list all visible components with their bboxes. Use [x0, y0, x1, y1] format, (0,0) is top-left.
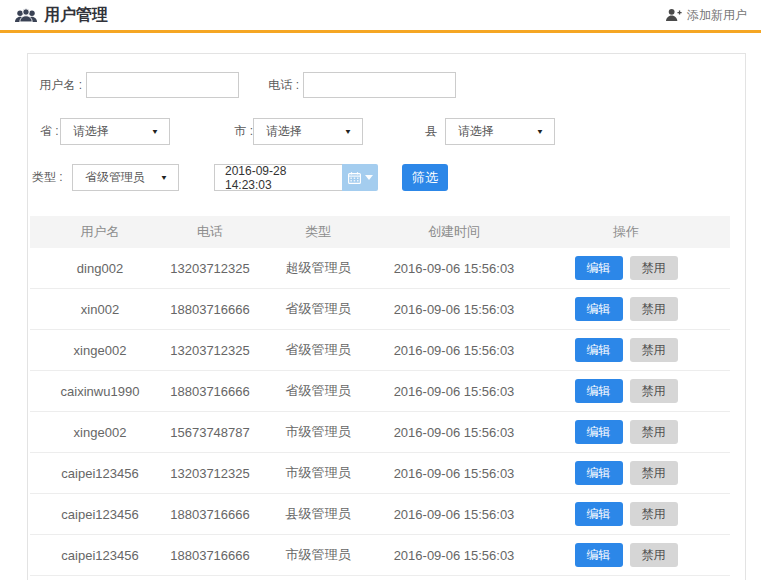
cell-type: 市级管理员	[250, 546, 386, 564]
city-label: 市 :	[227, 123, 253, 140]
type-label: 类型 :	[32, 169, 62, 186]
edit-button[interactable]: 编辑	[575, 256, 623, 280]
cell-actions: 编辑 禁用	[522, 256, 730, 280]
phone-input[interactable]	[303, 72, 456, 98]
username-input[interactable]	[86, 72, 239, 98]
add-user-button[interactable]: 添加新用户	[666, 7, 747, 24]
edit-button[interactable]: 编辑	[575, 502, 623, 526]
table-row: caipei123456 18803716666 市级管理员 2016-09-0…	[30, 535, 730, 576]
type-select[interactable]: 省级管理员 ▼	[72, 164, 179, 191]
cell-actions: 编辑 禁用	[522, 461, 730, 485]
cell-actions: 编辑 禁用	[522, 420, 730, 444]
col-created: 创建时间	[386, 223, 522, 241]
cell-username: caixinwu1990	[30, 384, 170, 399]
disable-button[interactable]: 禁用	[630, 379, 678, 403]
cell-type: 省级管理员	[250, 341, 386, 359]
page-header: 用户管理 添加新用户	[0, 0, 761, 33]
users-icon	[15, 8, 37, 23]
cell-actions: 编辑 禁用	[522, 338, 730, 362]
type-select-value: 省级管理员	[85, 169, 145, 186]
edit-button[interactable]: 编辑	[575, 543, 623, 567]
col-actions: 操作	[522, 223, 730, 241]
cell-phone: 18803716666	[170, 507, 250, 522]
col-type: 类型	[250, 223, 386, 241]
cell-type: 市级管理员	[250, 464, 386, 482]
cell-created: 2016-09-06 15:56:03	[386, 302, 522, 317]
disable-button[interactable]: 禁用	[630, 338, 678, 362]
col-phone: 电话	[170, 223, 250, 241]
add-user-icon	[666, 8, 682, 22]
cell-created: 2016-09-06 15:56:03	[386, 425, 522, 440]
disable-button[interactable]: 禁用	[630, 297, 678, 321]
table-row: xinge002 15673748787 市级管理员 2016-09-06 15…	[30, 412, 730, 453]
cell-phone: 13203712325	[170, 261, 250, 276]
county-select-value: 请选择	[458, 123, 494, 140]
cell-username: xinge002	[30, 425, 170, 440]
cell-created: 2016-09-06 15:56:03	[386, 466, 522, 481]
province-select-value: 请选择	[73, 123, 109, 140]
cell-actions: 编辑 禁用	[522, 379, 730, 403]
datetime-picker: 2016-09-28 14:23:03	[214, 164, 378, 191]
cell-phone: 18803716666	[170, 302, 250, 317]
cell-type: 超级管理员	[250, 259, 386, 277]
edit-button[interactable]: 编辑	[575, 338, 623, 362]
cell-phone: 15673748787	[170, 425, 250, 440]
cell-username: caipei123456	[30, 466, 170, 481]
table-row: caipei123456 18803716666 县级管理员 2016-09-0…	[30, 494, 730, 535]
caret-down-icon: ▼	[151, 128, 159, 135]
cell-created: 2016-09-06 15:56:03	[386, 384, 522, 399]
filter-button[interactable]: 筛选	[402, 164, 448, 191]
province-label: 省 :	[40, 123, 58, 140]
disable-button[interactable]: 禁用	[630, 543, 678, 567]
cell-created: 2016-09-06 15:56:03	[386, 261, 522, 276]
caret-down-icon: ▼	[344, 128, 352, 135]
cell-type: 县级管理员	[250, 505, 386, 523]
col-username: 用户名	[30, 223, 170, 241]
title-wrap: 用户管理	[15, 5, 108, 26]
caret-down-icon: ▼	[160, 174, 168, 181]
cell-username: caipei123456	[30, 548, 170, 563]
edit-button[interactable]: 编辑	[575, 379, 623, 403]
cell-username: ding002	[30, 261, 170, 276]
calendar-button[interactable]	[342, 164, 378, 191]
calendar-icon	[348, 172, 361, 184]
cell-phone: 18803716666	[170, 548, 250, 563]
add-user-label: 添加新用户	[687, 7, 747, 24]
county-select[interactable]: 请选择 ▼	[445, 118, 555, 145]
disable-button[interactable]: 禁用	[630, 502, 678, 526]
cell-type: 省级管理员	[250, 382, 386, 400]
cell-phone: 13203712325	[170, 343, 250, 358]
table-row: caixinwu1990 18803716666 省级管理员 2016-09-0…	[30, 371, 730, 412]
cell-actions: 编辑 禁用	[522, 502, 730, 526]
disable-button[interactable]: 禁用	[630, 256, 678, 280]
city-select[interactable]: 请选择 ▼	[253, 118, 363, 145]
province-select[interactable]: 请选择 ▼	[60, 118, 170, 145]
city-select-value: 请选择	[266, 123, 302, 140]
table-row: caipei123456 13203712325 市级管理员 2016-09-0…	[30, 453, 730, 494]
disable-button[interactable]: 禁用	[630, 420, 678, 444]
phone-label: 电话 :	[267, 77, 299, 94]
table-row: xin002 18803716666 省级管理员 2016-09-06 15:5…	[30, 289, 730, 330]
users-table: 用户名 电话 类型 创建时间 操作 ding002 13203712325 超级…	[30, 216, 730, 576]
edit-button[interactable]: 编辑	[575, 297, 623, 321]
edit-button[interactable]: 编辑	[575, 461, 623, 485]
cell-username: xinge002	[30, 343, 170, 358]
cell-username: xin002	[30, 302, 170, 317]
table-body: ding002 13203712325 超级管理员 2016-09-06 15:…	[30, 248, 730, 576]
username-label: 用户名 :	[38, 77, 82, 94]
table-header: 用户名 电话 类型 创建时间 操作	[30, 216, 730, 248]
edit-button[interactable]: 编辑	[575, 420, 623, 444]
datetime-input[interactable]: 2016-09-28 14:23:03	[214, 164, 342, 191]
cell-created: 2016-09-06 15:56:03	[386, 507, 522, 522]
disable-button[interactable]: 禁用	[630, 461, 678, 485]
cell-type: 市级管理员	[250, 423, 386, 441]
table-row: ding002 13203712325 超级管理员 2016-09-06 15:…	[30, 248, 730, 289]
cell-actions: 编辑 禁用	[522, 543, 730, 567]
caret-down-icon	[365, 175, 373, 180]
county-label: 县	[425, 123, 437, 140]
cell-type: 省级管理员	[250, 300, 386, 318]
filter-row-2: 省 : 请选择 ▼ 市 : 请选择 ▼ 县 请选择 ▼	[28, 118, 745, 145]
table-row: xinge002 13203712325 省级管理员 2016-09-06 15…	[30, 330, 730, 371]
main-panel: 用户名 : 电话 : 省 : 请选择 ▼ 市 : 请选择 ▼ 县 请选择 ▼ 类…	[27, 53, 746, 580]
cell-created: 2016-09-06 15:56:03	[386, 548, 522, 563]
